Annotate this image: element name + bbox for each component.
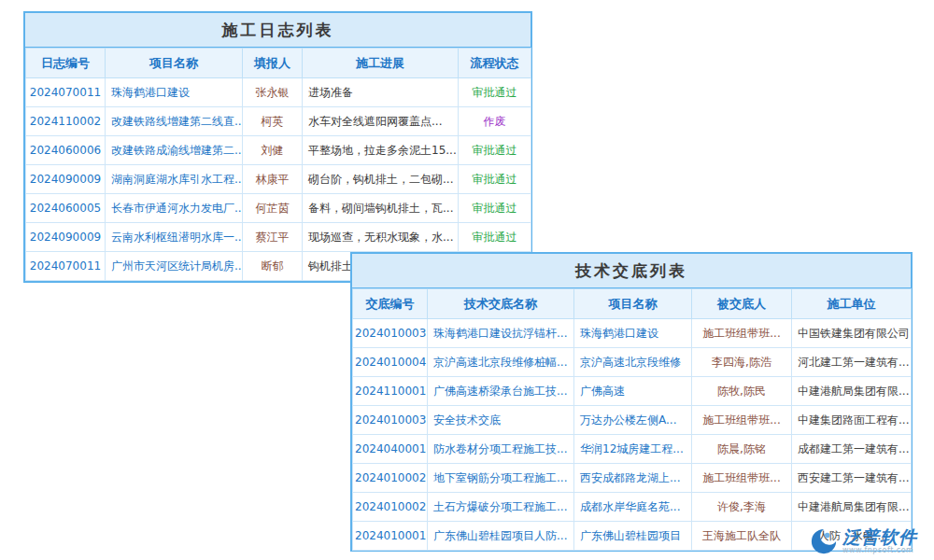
disclosure-project-cell[interactable]: 成都水岸华庭名苑...	[574, 493, 692, 522]
disclosure-id-cell[interactable]: 2024010003	[353, 319, 428, 348]
log-col-header-status: 流程状态	[459, 49, 531, 78]
log-id-cell[interactable]: 2024090009	[26, 223, 106, 252]
disclosure-id-cell[interactable]: 2024040001	[353, 435, 428, 464]
log-reporter-cell: 林康平	[243, 165, 303, 194]
disclosure-person-cell: 施工班组带班...	[692, 319, 792, 348]
disclosure-name-cell[interactable]: 广东佛山碧桂园项目人防...	[428, 522, 574, 551]
disclosure-person-cell: 陈晨,陈铭	[692, 435, 792, 464]
disclosure-project-cell[interactable]: 西安成都路龙湖上...	[574, 464, 692, 493]
log-col-header-id: 日志编号	[26, 49, 106, 78]
table-row[interactable]: 2024010004京沪高速北京段维修桩幅...京沪高速北京段维修李四海,陈浩河…	[353, 348, 912, 377]
disclosure-unit-cell: 中国铁建集团有限公司	[792, 319, 912, 348]
log-id-cell[interactable]: 2024070011	[26, 252, 106, 281]
log-project-cell[interactable]: 云南水利枢纽潜明水库一...	[106, 223, 243, 252]
disclosure-id-cell[interactable]: 2024010001	[353, 522, 428, 551]
disclosure-id-cell[interactable]: 2024010002	[353, 493, 428, 522]
table-row[interactable]: 2024110002改建铁路线增建第二线直...柯英水车对全线遮阳网覆盖点...…	[26, 107, 531, 136]
table-row[interactable]: 2024040001防水卷材分项工程施工技...华润12城房建工程...陈晨,陈…	[353, 435, 912, 464]
log-progress-cell: 现场巡查，无积水现象，水...	[303, 223, 459, 252]
table-row[interactable]: 2024010002地下室钢筋分项工程施工...西安成都路龙湖上...施工班组带…	[353, 464, 912, 493]
log-status-cell[interactable]: 审批通过	[459, 78, 531, 107]
disclosure-name-cell[interactable]: 珠海鹤港口建设抗浮锚杆...	[428, 319, 574, 348]
table-row[interactable]: 2024010003安全技术交底万达办公楼左侧A...施工班组带班...中建集团…	[353, 406, 912, 435]
log-project-cell[interactable]: 改建铁路成渝线增建第二...	[106, 136, 243, 165]
disclosure-id-cell[interactable]: 2024010002	[353, 464, 428, 493]
log-reporter-cell: 张永银	[243, 78, 303, 107]
log-reporter-cell: 蔡江平	[243, 223, 303, 252]
disclosure-unit-cell: 西安建工第一建筑有...	[792, 464, 912, 493]
log-table-header-row: 日志编号 项目名称 填报人 施工进展 流程状态	[26, 49, 531, 78]
disclosure-id-cell[interactable]: 2024110001	[353, 377, 428, 406]
log-status-cell[interactable]: 审批通过	[459, 223, 531, 252]
disclosure-col-header-id: 交底编号	[353, 289, 428, 319]
log-progress-cell: 平整场地，拉走多余泥土15...	[303, 136, 459, 165]
log-project-cell[interactable]: 珠海鹤港口建设	[106, 78, 243, 107]
log-id-cell[interactable]: 2024090009	[26, 165, 106, 194]
log-status-cell[interactable]: 审批通过	[459, 165, 531, 194]
table-row[interactable]: 2024010002土石方爆破分项工程施工...成都水岸华庭名苑...许俊,李海…	[353, 493, 912, 522]
disclosure-table-header-row: 交底编号 技术交底名称 项目名称 被交底人 施工单位	[353, 289, 912, 319]
log-id-cell[interactable]: 2024060006	[26, 136, 106, 165]
log-reporter-cell: 刘健	[243, 136, 303, 165]
disclosure-unit-cell: 河北建工第一建筑有...	[792, 348, 912, 377]
table-row[interactable]: 2024110001广佛高速桥梁承台施工技...广佛高速陈牧,陈民中建港航局集团…	[353, 377, 912, 406]
log-progress-cell: 备料，砌间墙钩机排土，瓦...	[303, 194, 459, 223]
disclosure-person-cell: 王海施工队全队	[692, 522, 792, 551]
disclosure-unit-cell: 中建集团路面工程有...	[792, 406, 912, 435]
disclosure-name-cell[interactable]: 地下室钢筋分项工程施工...	[428, 464, 574, 493]
log-progress-cell: 水车对全线遮阳网覆盖点...	[303, 107, 459, 136]
disclosure-id-cell[interactable]: 2024010003	[353, 406, 428, 435]
disclosure-id-cell[interactable]: 2024010004	[353, 348, 428, 377]
log-project-cell[interactable]: 广州市天河区统计局机房...	[106, 252, 243, 281]
disclosure-person-cell: 许俊,李海	[692, 493, 792, 522]
disclosure-project-cell[interactable]: 万达办公楼左侧A...	[574, 406, 692, 435]
disclosure-person-cell: 施工班组带班...	[692, 406, 792, 435]
log-progress-cell: 进场准备	[303, 78, 459, 107]
log-project-cell[interactable]: 长春市伊通河水力发电厂...	[106, 194, 243, 223]
log-col-header-reporter: 填报人	[243, 49, 303, 78]
disclosure-name-cell[interactable]: 广佛高速桥梁承台施工技...	[428, 377, 574, 406]
log-status-cell[interactable]: 审批通过	[459, 194, 531, 223]
disclosure-person-cell: 施工班组带班...	[692, 464, 792, 493]
disclosure-col-header-unit: 施工单位	[792, 289, 912, 319]
log-id-cell[interactable]: 2024060005	[26, 194, 106, 223]
log-reporter-cell: 何芷茵	[243, 194, 303, 223]
table-row[interactable]: 2024070011珠海鹤港口建设张永银进场准备审批通过	[26, 78, 531, 107]
disclosure-project-cell[interactable]: 华润12城房建工程...	[574, 435, 692, 464]
log-col-header-project: 项目名称	[106, 49, 243, 78]
disclosure-project-cell[interactable]: 京沪高速北京段维修	[574, 348, 692, 377]
log-reporter-cell: 柯英	[243, 107, 303, 136]
construction-log-window: 施工日志列表 日志编号 项目名称 填报人 施工进展 流程状态 202407001…	[23, 11, 532, 283]
log-status-cell[interactable]: 作废	[459, 107, 531, 136]
log-project-cell[interactable]: 湖南洞庭湖水库引水工程...	[106, 165, 243, 194]
log-status-cell[interactable]: 审批通过	[459, 136, 531, 165]
disclosure-person-cell: 李四海,陈浩	[692, 348, 792, 377]
disclosure-name-cell[interactable]: 京沪高速北京段维修桩幅...	[428, 348, 574, 377]
table-row[interactable]: 2024090009云南水利枢纽潜明水库一...蔡江平现场巡查，无积水现象，水.…	[26, 223, 531, 252]
disclosure-col-header-person: 被交底人	[692, 289, 792, 319]
log-id-cell[interactable]: 2024070011	[26, 78, 106, 107]
disclosure-project-cell[interactable]: 广东佛山碧桂园项目	[574, 522, 692, 551]
disclosure-project-cell[interactable]: 珠海鹤港口建设	[574, 319, 692, 348]
table-row[interactable]: 2024010003珠海鹤港口建设抗浮锚杆...珠海鹤港口建设施工班组带班...…	[353, 319, 912, 348]
disclosure-col-header-project: 项目名称	[574, 289, 692, 319]
table-row[interactable]: 2024060006改建铁路成渝线增建第二...刘健平整场地，拉走多余泥土15.…	[26, 136, 531, 165]
tech-disclosure-table: 交底编号 技术交底名称 项目名称 被交底人 施工单位 2024010003珠海鹤…	[352, 288, 912, 551]
table-row[interactable]: 2024090009湖南洞庭湖水库引水工程...林康平砌台阶，钩机排土，二包砌.…	[26, 165, 531, 194]
brand-url: www.fnpsoft.com	[842, 547, 917, 555]
construction-log-title: 施工日志列表	[25, 13, 531, 48]
disclosure-unit-cell: 中建港航局集团有限...	[792, 493, 912, 522]
disclosure-project-cell[interactable]: 广佛高速	[574, 377, 692, 406]
brand-name: 泛普软件	[842, 527, 917, 547]
log-project-cell[interactable]: 改建铁路线增建第二线直...	[106, 107, 243, 136]
disclosure-name-cell[interactable]: 土石方爆破分项工程施工...	[428, 493, 574, 522]
disclosure-name-cell[interactable]: 防水卷材分项工程施工技...	[428, 435, 574, 464]
table-row[interactable]: 2024060005长春市伊通河水力发电厂...何芷茵备料，砌间墙钩机排土，瓦.…	[26, 194, 531, 223]
disclosure-name-cell[interactable]: 安全技术交底	[428, 406, 574, 435]
log-reporter-cell: 断郁	[243, 252, 303, 281]
log-id-cell[interactable]: 2024110002	[26, 107, 106, 136]
log-progress-cell: 砌台阶，钩机排土，二包砌...	[303, 165, 459, 194]
brand-watermark: 泛普软件 www.fnpsoft.com	[810, 527, 917, 555]
tech-disclosure-window: 技术交底列表 交底编号 技术交底名称 项目名称 被交底人 施工单位 202401…	[350, 252, 913, 552]
tech-disclosure-title: 技术交底列表	[352, 254, 911, 288]
